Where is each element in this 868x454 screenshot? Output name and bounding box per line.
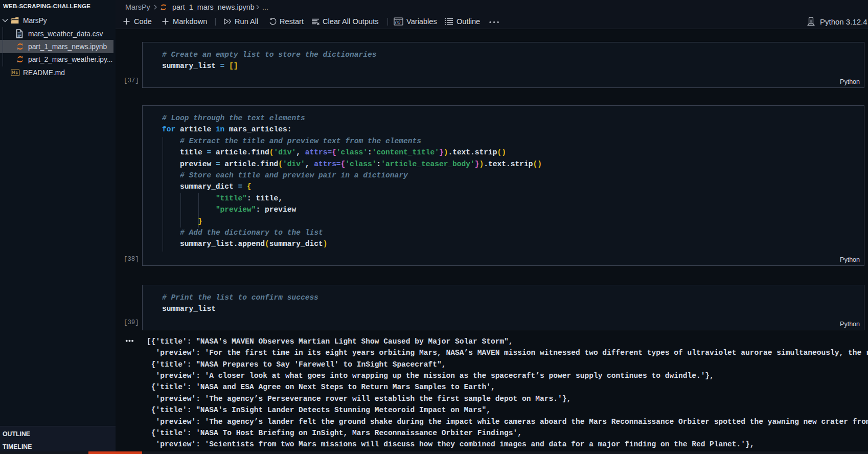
svg-text:(x): (x): [395, 19, 400, 25]
